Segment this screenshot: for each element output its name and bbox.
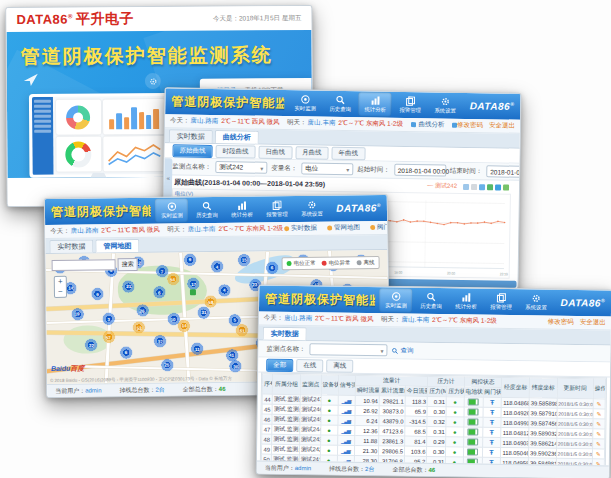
col-flow-total[interactable]: 累计流量(m³) bbox=[379, 386, 405, 396]
map-view-button[interactable]: 管网地图 bbox=[327, 223, 360, 232]
nav-item[interactable]: 历史查询 bbox=[414, 289, 447, 313]
map-marker[interactable]: 26 bbox=[136, 304, 149, 317]
curve-type-tab[interactable]: 原始曲线 bbox=[172, 144, 212, 158]
change-password-link[interactable]: 修改密码 bbox=[457, 121, 483, 130]
curve-type-tab[interactable]: 月曲线 bbox=[295, 146, 329, 160]
operation-icon[interactable]: ✎ bbox=[596, 441, 601, 447]
page-tab[interactable]: 实时数据 bbox=[49, 240, 93, 254]
chart-tool-icon[interactable] bbox=[487, 184, 493, 190]
nav-icon bbox=[202, 201, 212, 211]
collapse-panel-handle[interactable]: « bbox=[164, 158, 173, 198]
zoom-in-button[interactable]: + bbox=[58, 277, 63, 287]
nav-item[interactable]: 报警管理 bbox=[260, 197, 293, 221]
map-search-input[interactable] bbox=[52, 259, 116, 271]
curve-type-tab[interactable]: 时段曲线 bbox=[215, 145, 255, 159]
mode-tab[interactable]: 曲线分析 bbox=[411, 120, 444, 130]
nav-item[interactable]: 报警管理 bbox=[394, 93, 427, 118]
col-longitude[interactable]: 经度坐标 bbox=[502, 377, 530, 397]
query-button[interactable]: 查询 bbox=[391, 346, 413, 355]
col-pressure-status[interactable]: 压力状态 bbox=[447, 387, 464, 397]
col-name[interactable]: 监测点 bbox=[300, 375, 321, 395]
logout-link[interactable]: 安全退出 bbox=[580, 318, 606, 327]
chart-tool-icon[interactable] bbox=[471, 184, 477, 190]
operation-icon[interactable]: ✎ bbox=[596, 411, 601, 417]
chart-tool-icon[interactable] bbox=[479, 184, 485, 190]
online-filter-tab[interactable]: 全部 bbox=[266, 358, 293, 371]
col-signal[interactable]: 信号强度 bbox=[338, 375, 355, 395]
col-flow-today[interactable]: 今日流量(m³) bbox=[405, 386, 428, 396]
map-marker[interactable]: 21 bbox=[122, 280, 135, 293]
site-select[interactable]: 测试242▾ bbox=[215, 161, 267, 174]
map-view-button[interactable]: 阀门地图 bbox=[370, 223, 387, 232]
online-filter-tab[interactable]: 离线 bbox=[326, 359, 353, 372]
logout-link[interactable]: 安全退出 bbox=[489, 121, 515, 130]
map-marker[interactable]: 6 bbox=[119, 346, 132, 359]
zoom-out-button[interactable]: − bbox=[58, 287, 63, 297]
col-device-status[interactable]: 设备状态 bbox=[321, 375, 338, 395]
nav-item[interactable]: 实时监测 bbox=[289, 91, 322, 116]
map-search-button[interactable]: 搜索 bbox=[118, 258, 138, 271]
nav-item[interactable]: 统计分析 bbox=[359, 92, 392, 117]
page-tab[interactable]: 实时数据 bbox=[263, 327, 307, 341]
map-marker[interactable]: 5 bbox=[228, 313, 241, 326]
col-latitude[interactable]: 纬度坐标 bbox=[529, 378, 557, 398]
variable-select[interactable]: 电位▾ bbox=[301, 162, 353, 175]
map-marker[interactable]: 4 bbox=[218, 284, 231, 297]
mini-gauge bbox=[56, 136, 101, 171]
nav-item[interactable]: 历史查询 bbox=[190, 198, 223, 222]
map-marker[interactable]: 4 bbox=[211, 260, 224, 273]
map-marker[interactable]: 9 bbox=[183, 253, 196, 266]
map-marker[interactable]: 3 bbox=[102, 312, 115, 325]
col-battery[interactable]: 电池状态 bbox=[464, 387, 483, 397]
map-marker[interactable] bbox=[190, 289, 196, 295]
page-tab[interactable]: 实时数据 bbox=[169, 129, 213, 143]
col-update-time[interactable]: 更新时间 bbox=[557, 378, 593, 399]
nav-item[interactable]: 系统设置 bbox=[295, 197, 328, 221]
map-marker[interactable]: 30 bbox=[229, 360, 242, 373]
map-view-button[interactable]: 实时数据 bbox=[284, 224, 317, 233]
col-group[interactable]: 所属分组 bbox=[273, 374, 301, 394]
col-pressure[interactable]: 压力(MPa) bbox=[428, 386, 447, 396]
nav-item[interactable]: 统计分析 bbox=[449, 289, 482, 313]
col-valve[interactable]: 阀门状态 bbox=[483, 387, 502, 397]
weather-segment: 唐山.路南 bbox=[284, 314, 312, 321]
operation-icon[interactable]: ✎ bbox=[596, 451, 601, 457]
cell-flow-inst: 26.92 bbox=[355, 405, 379, 415]
map-marker[interactable]: 9 bbox=[91, 288, 104, 301]
operation-icon[interactable]: ✎ bbox=[596, 431, 601, 437]
curve-type-tab[interactable]: 日曲线 bbox=[258, 145, 292, 159]
chart-tool-icon[interactable] bbox=[503, 184, 509, 190]
nav-item[interactable]: 系统设置 bbox=[429, 93, 462, 118]
page-tab[interactable]: 曲线分析 bbox=[215, 130, 259, 144]
map-marker[interactable]: 6 bbox=[265, 261, 278, 274]
operation-icon[interactable]: ✎ bbox=[597, 401, 602, 407]
nav-item[interactable]: 统计分析 bbox=[225, 197, 258, 221]
map-marker[interactable]: 37 bbox=[153, 335, 166, 348]
map-marker[interactable]: 6 bbox=[153, 286, 166, 299]
col-no[interactable]: 序号 bbox=[262, 374, 273, 394]
map-marker[interactable]: 19 bbox=[71, 307, 84, 320]
nav-item[interactable]: 实时监测 bbox=[155, 198, 188, 222]
map-marker[interactable]: 10 bbox=[167, 313, 180, 326]
chart-tool-icon[interactable] bbox=[463, 183, 469, 189]
online-filter-tab[interactable]: 在线 bbox=[296, 359, 323, 372]
nav-icon bbox=[440, 96, 450, 106]
curve-type-tab[interactable]: 年曲线 bbox=[331, 146, 365, 160]
start-time-input[interactable]: 2018-01-04 00:00 bbox=[394, 164, 446, 177]
chart-tool-icon[interactable] bbox=[495, 184, 501, 190]
col-flow-inst[interactable]: 瞬时流量(m³/h) bbox=[355, 385, 379, 395]
nav-item[interactable]: 历史查询 bbox=[324, 92, 357, 117]
map-marker[interactable]: 54 bbox=[166, 272, 179, 285]
change-password-link[interactable]: 修改密码 bbox=[548, 318, 574, 327]
map-marker[interactable]: 25 bbox=[160, 358, 173, 371]
map-marker[interactable]: 57 bbox=[102, 330, 115, 343]
page-tab[interactable]: 管网地图 bbox=[95, 239, 139, 253]
nav-item[interactable]: 实时监测 bbox=[379, 288, 412, 312]
site-select[interactable]: ▾ bbox=[309, 343, 387, 356]
current-user-value: admin bbox=[295, 465, 311, 471]
operation-icon[interactable]: ✎ bbox=[596, 421, 601, 427]
nav-item[interactable]: 系统设置 bbox=[519, 290, 552, 314]
nav-item[interactable]: 报警管理 bbox=[484, 290, 517, 314]
cell-update-time: 2018/1/5 0:30:00 bbox=[556, 438, 592, 449]
end-time-input[interactable]: 2018-01-04 23:59 bbox=[486, 165, 519, 178]
